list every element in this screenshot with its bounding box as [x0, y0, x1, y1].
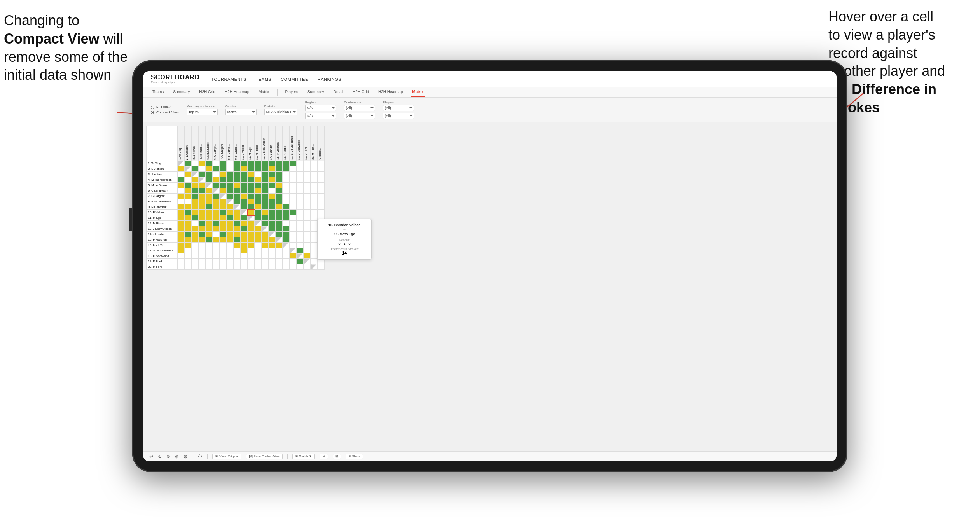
cell-18-1[interactable] [178, 253, 185, 259]
cell-8-5[interactable] [206, 199, 213, 204]
cell-20-2[interactable] [185, 264, 192, 270]
cell-5-20[interactable] [311, 183, 318, 188]
cell-14-10[interactable] [241, 232, 248, 237]
cell-4-20[interactable] [311, 177, 318, 183]
cell-19-15[interactable] [276, 259, 283, 264]
cell-3-4[interactable] [199, 172, 206, 177]
cell-6-20[interactable] [311, 188, 318, 194]
cell-15-12[interactable] [255, 237, 262, 243]
cell-6-6[interactable] [213, 188, 220, 194]
cell-2-4[interactable] [199, 166, 206, 172]
conference-select-2[interactable]: (All) [344, 113, 375, 119]
cell-11-1[interactable] [178, 215, 185, 221]
cell-7-21[interactable] [318, 194, 325, 199]
cell-3-20[interactable] [311, 172, 318, 177]
cell-7-14[interactable] [269, 194, 276, 199]
cell-3-3[interactable] [192, 172, 199, 177]
cell-9-4[interactable] [199, 204, 206, 210]
cell-9-7[interactable] [220, 204, 227, 210]
cell-16-5[interactable] [206, 243, 213, 248]
cell-18-5[interactable] [206, 253, 213, 259]
tab-players[interactable]: Players [284, 87, 300, 97]
cell-17-9[interactable] [234, 248, 241, 253]
cell-2-5[interactable] [206, 166, 213, 172]
cell-15-5[interactable] [206, 237, 213, 243]
cell-4-21[interactable] [318, 177, 325, 183]
cell-16-16[interactable] [283, 243, 290, 248]
division-select[interactable]: NCAA Division I [264, 109, 297, 115]
cell-20-7[interactable] [220, 264, 227, 270]
cell-2-19[interactable] [304, 166, 311, 172]
cell-17-16[interactable] [283, 248, 290, 253]
cell-11-20[interactable] [311, 215, 318, 221]
cell-10-9[interactable] [234, 210, 241, 215]
cell-13-20[interactable] [311, 226, 318, 232]
cell-17-7[interactable] [220, 248, 227, 253]
cell-19-5[interactable] [206, 259, 213, 264]
cell-6-5[interactable] [206, 188, 213, 194]
cell-15-19[interactable] [304, 237, 311, 243]
cell-4-15[interactable] [276, 177, 283, 183]
cell-3-19[interactable] [304, 172, 311, 177]
cell-2-7[interactable] [220, 166, 227, 172]
cell-17-17[interactable] [290, 248, 297, 253]
cell-4-12[interactable] [255, 177, 262, 183]
cell-18-9[interactable] [234, 253, 241, 259]
cell-18-6[interactable] [213, 253, 220, 259]
cell-15-20[interactable] [311, 237, 318, 243]
cell-12-5[interactable] [206, 221, 213, 226]
cell-3-12[interactable] [255, 172, 262, 177]
cell-6-1[interactable] [178, 188, 185, 194]
cell-2-13[interactable] [262, 166, 269, 172]
cell-18-17[interactable] [290, 253, 297, 259]
nav-teams[interactable]: TEAMS [256, 75, 271, 83]
toolbar-display[interactable]: 🖥 [320, 454, 328, 459]
compact-view-radio[interactable]: Compact View [151, 110, 179, 114]
tab-matrix-2[interactable]: Matrix [411, 87, 425, 97]
cell-16-7[interactable] [220, 243, 227, 248]
cell-6-3[interactable] [192, 188, 199, 194]
cell-15-15[interactable] [276, 237, 283, 243]
cell-12-14[interactable] [269, 221, 276, 226]
cell-3-18[interactable] [297, 172, 304, 177]
cell-9-20[interactable] [311, 204, 318, 210]
cell-4-14[interactable] [269, 177, 276, 183]
cell-15-13[interactable] [262, 237, 269, 243]
cell-5-5[interactable] [206, 183, 213, 188]
cell-15-16[interactable] [283, 237, 290, 243]
cell-10-2[interactable] [185, 210, 192, 215]
cell-12-20[interactable] [311, 221, 318, 226]
cell-8-1[interactable] [178, 199, 185, 204]
cell-7-10[interactable] [241, 194, 248, 199]
cell-13-13[interactable] [262, 226, 269, 232]
cell-6-10[interactable] [241, 188, 248, 194]
cell-8-15[interactable] [276, 199, 283, 204]
cell-1-5[interactable] [206, 161, 213, 166]
cell-16-10[interactable] [241, 243, 248, 248]
cell-6-7[interactable] [220, 188, 227, 194]
cell-16-12[interactable] [255, 243, 262, 248]
cell-10-18[interactable] [297, 210, 304, 215]
cell-4-19[interactable] [304, 177, 311, 183]
cell-8-6[interactable] [213, 199, 220, 204]
cell-3-13[interactable] [262, 172, 269, 177]
cell-10-7[interactable] [220, 210, 227, 215]
cell-10-17[interactable] [290, 210, 297, 215]
cell-4-10[interactable] [241, 177, 248, 183]
toolbar-undo2[interactable]: ↺ [166, 454, 170, 459]
cell-10-20[interactable] [311, 210, 318, 215]
cell-16-14[interactable] [269, 243, 276, 248]
cell-5-6[interactable] [213, 183, 220, 188]
cell-1-19[interactable] [304, 161, 311, 166]
cell-13-1[interactable] [178, 226, 185, 232]
cell-5-10[interactable] [241, 183, 248, 188]
cell-16-1[interactable] [178, 243, 185, 248]
cell-3-8[interactable] [227, 172, 234, 177]
tab-h2h-heatmap-2[interactable]: H2H Heatmap [377, 87, 404, 97]
cell-15-2[interactable] [185, 237, 192, 243]
cell-1-1[interactable] [178, 161, 185, 166]
cell-13-18[interactable] [297, 226, 304, 232]
cell-17-15[interactable] [276, 248, 283, 253]
cell-13-16[interactable] [283, 226, 290, 232]
cell-18-12[interactable] [255, 253, 262, 259]
